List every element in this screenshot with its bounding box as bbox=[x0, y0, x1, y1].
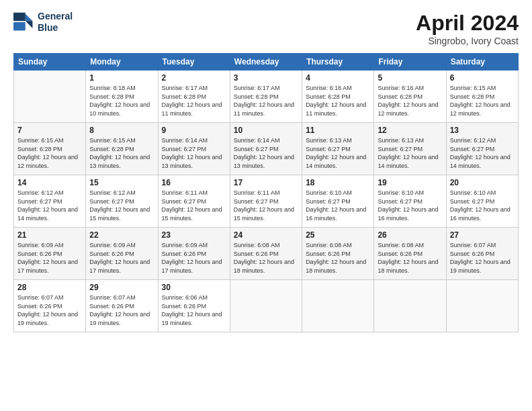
day-info: Sunrise: 6:07 AM Sunset: 6:26 PM Dayligh… bbox=[89, 293, 154, 327]
weekday-header: Monday bbox=[86, 54, 158, 71]
day-info: Sunrise: 6:10 AM Sunset: 6:27 PM Dayligh… bbox=[306, 189, 370, 222]
day-number: 30 bbox=[162, 283, 226, 292]
calendar-cell: 6 Sunrise: 6:15 AM Sunset: 6:28 PM Dayli… bbox=[446, 71, 518, 123]
calendar-cell: 5 Sunrise: 6:16 AM Sunset: 6:28 PM Dayli… bbox=[374, 71, 446, 123]
day-number: 16 bbox=[162, 178, 226, 187]
calendar-cell: 27 Sunrise: 6:07 AM Sunset: 6:26 PM Dayl… bbox=[446, 228, 518, 280]
logo: General Blue bbox=[13, 11, 73, 34]
day-info: Sunrise: 6:07 AM Sunset: 6:26 PM Dayligh… bbox=[450, 241, 515, 275]
day-info: Sunrise: 6:16 AM Sunset: 6:28 PM Dayligh… bbox=[378, 84, 442, 118]
calendar-cell: 3 Sunrise: 6:17 AM Sunset: 6:28 PM Dayli… bbox=[230, 71, 302, 123]
weekday-header: Tuesday bbox=[158, 54, 230, 71]
day-info: Sunrise: 6:16 AM Sunset: 6:28 PM Dayligh… bbox=[306, 84, 370, 118]
calendar-cell bbox=[374, 280, 446, 332]
page-container: General Blue April 2024 Singrobo, Ivory … bbox=[0, 0, 532, 339]
calendar-week-row: 7 Sunrise: 6:15 AM Sunset: 6:28 PM Dayli… bbox=[14, 123, 519, 175]
day-info: Sunrise: 6:11 AM Sunset: 6:27 PM Dayligh… bbox=[162, 189, 226, 222]
day-number: 24 bbox=[234, 230, 298, 240]
day-info: Sunrise: 6:07 AM Sunset: 6:26 PM Dayligh… bbox=[17, 293, 82, 327]
calendar-cell: 11 Sunrise: 6:13 AM Sunset: 6:27 PM Dayl… bbox=[302, 123, 374, 175]
day-info: Sunrise: 6:18 AM Sunset: 6:28 PM Dayligh… bbox=[89, 84, 154, 118]
day-info: Sunrise: 6:11 AM Sunset: 6:27 PM Dayligh… bbox=[234, 189, 298, 222]
calendar-cell: 9 Sunrise: 6:14 AM Sunset: 6:27 PM Dayli… bbox=[158, 123, 230, 175]
logo-icon bbox=[13, 11, 35, 33]
calendar-week-row: 1 Sunrise: 6:18 AM Sunset: 6:28 PM Dayli… bbox=[14, 71, 519, 123]
day-number: 12 bbox=[378, 126, 442, 135]
day-number: 6 bbox=[450, 73, 515, 83]
day-info: Sunrise: 6:15 AM Sunset: 6:28 PM Dayligh… bbox=[450, 84, 515, 118]
svg-rect-4 bbox=[13, 22, 26, 30]
day-info: Sunrise: 6:08 AM Sunset: 6:26 PM Dayligh… bbox=[234, 241, 298, 275]
day-info: Sunrise: 6:14 AM Sunset: 6:27 PM Dayligh… bbox=[162, 136, 226, 170]
calendar-table: SundayMondayTuesdayWednesdayThursdayFrid… bbox=[13, 53, 519, 332]
calendar-week-row: 28 Sunrise: 6:07 AM Sunset: 6:26 PM Dayl… bbox=[14, 280, 519, 332]
day-info: Sunrise: 6:15 AM Sunset: 6:28 PM Dayligh… bbox=[17, 136, 82, 170]
weekday-header: Wednesday bbox=[230, 54, 302, 71]
calendar-cell: 23 Sunrise: 6:09 AM Sunset: 6:26 PM Dayl… bbox=[158, 228, 230, 280]
calendar-cell: 29 Sunrise: 6:07 AM Sunset: 6:26 PM Dayl… bbox=[86, 280, 158, 332]
calendar-week-row: 21 Sunrise: 6:09 AM Sunset: 6:26 PM Dayl… bbox=[14, 228, 519, 280]
day-number: 25 bbox=[306, 230, 370, 240]
day-number: 4 bbox=[306, 73, 370, 83]
header: General Blue April 2024 Singrobo, Ivory … bbox=[13, 11, 519, 46]
calendar-cell: 15 Sunrise: 6:12 AM Sunset: 6:27 PM Dayl… bbox=[86, 175, 158, 228]
location-title: Singrobo, Ivory Coast bbox=[416, 36, 519, 46]
day-info: Sunrise: 6:15 AM Sunset: 6:28 PM Dayligh… bbox=[89, 136, 154, 170]
day-info: Sunrise: 6:13 AM Sunset: 6:27 PM Dayligh… bbox=[378, 136, 442, 170]
calendar-cell: 20 Sunrise: 6:10 AM Sunset: 6:27 PM Dayl… bbox=[446, 175, 518, 228]
logo-text: General Blue bbox=[38, 11, 73, 34]
day-number: 22 bbox=[89, 230, 154, 240]
day-info: Sunrise: 6:17 AM Sunset: 6:28 PM Dayligh… bbox=[234, 84, 298, 118]
calendar-cell: 25 Sunrise: 6:08 AM Sunset: 6:26 PM Dayl… bbox=[302, 228, 374, 280]
day-number: 13 bbox=[450, 126, 515, 135]
header-row: SundayMondayTuesdayWednesdayThursdayFrid… bbox=[14, 54, 519, 71]
day-info: Sunrise: 6:12 AM Sunset: 6:27 PM Dayligh… bbox=[89, 189, 154, 222]
calendar-cell bbox=[446, 280, 518, 332]
calendar-cell: 10 Sunrise: 6:14 AM Sunset: 6:27 PM Dayl… bbox=[230, 123, 302, 175]
day-number: 11 bbox=[306, 126, 370, 135]
calendar-cell: 2 Sunrise: 6:17 AM Sunset: 6:28 PM Dayli… bbox=[158, 71, 230, 123]
calendar-cell: 21 Sunrise: 6:09 AM Sunset: 6:26 PM Dayl… bbox=[14, 228, 86, 280]
calendar-cell: 1 Sunrise: 6:18 AM Sunset: 6:28 PM Dayli… bbox=[86, 71, 158, 123]
day-number: 3 bbox=[234, 73, 298, 83]
weekday-header: Thursday bbox=[302, 54, 374, 71]
calendar-cell: 12 Sunrise: 6:13 AM Sunset: 6:27 PM Dayl… bbox=[374, 123, 446, 175]
day-info: Sunrise: 6:13 AM Sunset: 6:27 PM Dayligh… bbox=[306, 136, 370, 170]
calendar-cell bbox=[14, 71, 86, 123]
calendar-cell: 16 Sunrise: 6:11 AM Sunset: 6:27 PM Dayl… bbox=[158, 175, 230, 228]
day-number: 8 bbox=[89, 126, 154, 135]
day-number: 15 bbox=[89, 178, 154, 187]
day-number: 1 bbox=[89, 73, 154, 83]
day-info: Sunrise: 6:09 AM Sunset: 6:26 PM Dayligh… bbox=[89, 241, 154, 275]
day-info: Sunrise: 6:17 AM Sunset: 6:28 PM Dayligh… bbox=[162, 84, 226, 118]
day-info: Sunrise: 6:12 AM Sunset: 6:27 PM Dayligh… bbox=[17, 189, 82, 222]
day-number: 18 bbox=[306, 178, 370, 187]
title-block: April 2024 Singrobo, Ivory Coast bbox=[416, 11, 519, 46]
day-number: 7 bbox=[17, 126, 82, 135]
calendar-cell: 8 Sunrise: 6:15 AM Sunset: 6:28 PM Dayli… bbox=[86, 123, 158, 175]
day-number: 23 bbox=[162, 230, 226, 240]
day-info: Sunrise: 6:08 AM Sunset: 6:26 PM Dayligh… bbox=[306, 241, 370, 275]
month-title: April 2024 bbox=[416, 11, 519, 36]
day-number: 27 bbox=[450, 230, 515, 240]
day-number: 2 bbox=[162, 73, 226, 83]
calendar-cell: 24 Sunrise: 6:08 AM Sunset: 6:26 PM Dayl… bbox=[230, 228, 302, 280]
day-number: 26 bbox=[378, 230, 442, 240]
day-number: 17 bbox=[234, 178, 298, 187]
calendar-cell bbox=[302, 280, 374, 332]
day-number: 5 bbox=[378, 73, 442, 83]
weekday-header: Saturday bbox=[446, 54, 518, 71]
calendar-cell: 19 Sunrise: 6:10 AM Sunset: 6:27 PM Dayl… bbox=[374, 175, 446, 228]
day-number: 20 bbox=[450, 178, 515, 187]
day-info: Sunrise: 6:08 AM Sunset: 6:26 PM Dayligh… bbox=[378, 241, 442, 275]
calendar-cell: 18 Sunrise: 6:10 AM Sunset: 6:27 PM Dayl… bbox=[302, 175, 374, 228]
calendar-cell: 17 Sunrise: 6:11 AM Sunset: 6:27 PM Dayl… bbox=[230, 175, 302, 228]
day-number: 10 bbox=[234, 126, 298, 135]
svg-rect-3 bbox=[13, 13, 26, 21]
weekday-header: Sunday bbox=[14, 54, 86, 71]
calendar-cell: 4 Sunrise: 6:16 AM Sunset: 6:28 PM Dayli… bbox=[302, 71, 374, 123]
day-info: Sunrise: 6:09 AM Sunset: 6:26 PM Dayligh… bbox=[162, 241, 226, 275]
day-number: 29 bbox=[89, 283, 154, 292]
day-info: Sunrise: 6:10 AM Sunset: 6:27 PM Dayligh… bbox=[450, 189, 515, 222]
day-number: 28 bbox=[17, 283, 82, 292]
